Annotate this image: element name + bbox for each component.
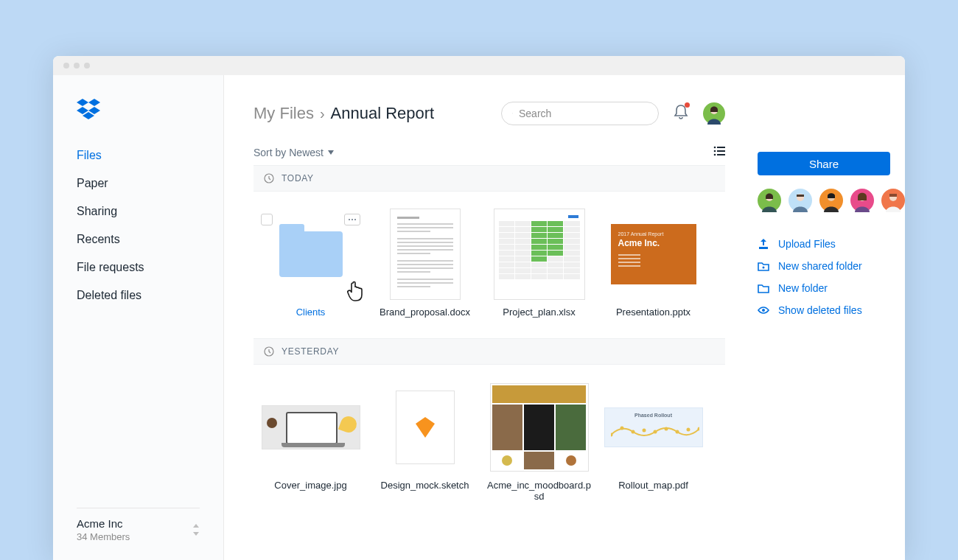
- sidebar-item-file-requests[interactable]: File requests: [77, 253, 223, 281]
- member-avatar[interactable]: [758, 189, 781, 212]
- file-grid-yesterday: Cover_image.jpg Design_mock.sketch: [254, 365, 725, 517]
- group-header-today: TODAY: [254, 165, 725, 192]
- file-name: Rollout_map.pdf: [596, 480, 710, 491]
- sidebar-nav: Files Paper Sharing Recents File request…: [77, 141, 223, 309]
- window-titlebar: [53, 56, 905, 75]
- file-name: Brand_proposal.docx: [368, 307, 482, 318]
- svg-point-19: [631, 430, 634, 434]
- file-name: Acme_inc_moodboard.psd: [482, 480, 596, 502]
- action-label: New folder: [778, 282, 828, 294]
- ppt-title: Acme Inc.: [618, 238, 689, 248]
- search-icon: [512, 108, 513, 119]
- quick-actions: Upload Files New shared folder New folde…: [758, 233, 890, 321]
- file-tile-brand-proposal[interactable]: Brand_proposal.docx: [368, 206, 482, 318]
- select-checkbox[interactable]: [261, 214, 273, 225]
- svg-point-21: [653, 430, 657, 434]
- action-upload-files[interactable]: Upload Files: [758, 233, 890, 255]
- clock-icon: [264, 173, 274, 183]
- svg-rect-9: [717, 147, 725, 148]
- traffic-zoom[interactable]: [84, 63, 90, 69]
- list-icon: [713, 146, 725, 156]
- svg-point-20: [642, 429, 646, 433]
- dropbox-logo[interactable]: [77, 99, 223, 122]
- breadcrumb-root[interactable]: My Files: [254, 104, 314, 123]
- user-avatar[interactable]: [703, 102, 725, 125]
- action-label: Upload Files: [778, 238, 836, 250]
- sidebar-item-deleted-files[interactable]: Deleted files: [77, 281, 223, 309]
- image-thumbnail: [262, 405, 360, 449]
- group-label: YESTERDAY: [282, 346, 339, 357]
- svg-marker-3: [88, 107, 100, 114]
- folder-tile-clients[interactable]: Clients: [254, 206, 368, 318]
- file-tile-moodboard[interactable]: Acme_inc_moodboard.psd: [482, 379, 596, 502]
- svg-rect-11: [717, 150, 725, 152]
- action-label: New shared folder: [778, 260, 862, 272]
- notification-dot: [685, 102, 690, 108]
- traffic-minimize[interactable]: [74, 63, 80, 69]
- notifications-button[interactable]: [674, 104, 688, 123]
- new-folder-icon: [758, 282, 769, 294]
- svg-point-22: [664, 427, 668, 431]
- sidebar-item-files[interactable]: Files: [77, 141, 223, 169]
- svg-point-10: [714, 150, 716, 153]
- app-window: Files Paper Sharing Recents File request…: [53, 56, 905, 560]
- svg-rect-28: [797, 195, 804, 197]
- org-members: 34 Members: [77, 531, 130, 542]
- file-tile-presentation[interactable]: 2017 Annual Report Acme Inc. Presentatio…: [596, 206, 710, 318]
- doc-thumbnail: [390, 209, 461, 300]
- svg-point-33: [763, 267, 765, 269]
- breadcrumb: My Files › Annual Report: [254, 104, 434, 123]
- svg-point-24: [686, 428, 690, 432]
- member-avatar[interactable]: [850, 189, 874, 212]
- svg-marker-16: [416, 417, 435, 438]
- file-tile-design-mock[interactable]: Design_mock.sketch: [368, 379, 482, 502]
- folder-icon: [279, 231, 343, 277]
- clock-icon: [264, 346, 274, 357]
- member-avatar[interactable]: [881, 189, 905, 212]
- sidebar-item-paper[interactable]: Paper: [77, 169, 223, 197]
- caret-down-icon: [328, 150, 334, 155]
- file-tile-rollout-map[interactable]: Phased Rollout Rollout_map.pdf: [596, 379, 710, 502]
- sidebar: Files Paper Sharing Recents File request…: [53, 75, 224, 560]
- share-button[interactable]: Share: [758, 152, 890, 175]
- org-switcher[interactable]: Acme Inc 34 Members: [77, 517, 223, 560]
- search-box[interactable]: [501, 102, 659, 125]
- file-name: Project_plan.xlsx: [482, 307, 596, 318]
- more-button[interactable]: [344, 214, 360, 225]
- member-avatar[interactable]: [789, 189, 812, 212]
- svg-marker-4: [83, 112, 94, 119]
- sketch-thumbnail: [396, 391, 455, 464]
- svg-point-18: [620, 427, 623, 430]
- group-label: TODAY: [282, 173, 314, 183]
- search-input[interactable]: [519, 108, 648, 119]
- file-name: Design_mock.sketch: [368, 480, 482, 491]
- file-name: Presentation.pptx: [596, 307, 710, 318]
- file-tile-project-plan[interactable]: Project_plan.xlsx: [482, 206, 596, 318]
- shared-members: [758, 189, 890, 212]
- traffic-close[interactable]: [63, 63, 69, 69]
- pdf-thumbnail: Phased Rollout: [604, 407, 703, 447]
- list-view-toggle[interactable]: [713, 146, 725, 159]
- content: My Files › Annual Report: [224, 75, 743, 560]
- sidebar-item-recents[interactable]: Recents: [77, 225, 223, 253]
- eye-icon: [758, 304, 769, 316]
- file-grid-today: Clients B: [254, 192, 725, 332]
- svg-point-5: [512, 113, 513, 114]
- action-show-deleted[interactable]: Show deleted files: [758, 299, 890, 321]
- action-new-folder[interactable]: New folder: [758, 277, 890, 299]
- cursor-hand-icon: [346, 280, 366, 305]
- sheet-thumbnail: [494, 209, 585, 300]
- member-avatar[interactable]: [819, 189, 843, 212]
- svg-point-23: [675, 430, 679, 434]
- svg-point-12: [714, 154, 716, 156]
- ppt-thumbnail: 2017 Annual Report Acme Inc.: [611, 224, 696, 284]
- sort-dropdown[interactable]: Sort by Newest: [254, 147, 334, 158]
- sidebar-item-sharing[interactable]: Sharing: [77, 197, 223, 225]
- file-tile-cover-image[interactable]: Cover_image.jpg: [254, 379, 368, 502]
- action-new-shared-folder[interactable]: New shared folder: [758, 255, 890, 277]
- chevron-right-icon: ›: [320, 105, 325, 122]
- updown-icon: [192, 524, 200, 536]
- breadcrumb-current: Annual Report: [331, 104, 435, 123]
- svg-point-8: [714, 147, 716, 149]
- action-label: Show deleted files: [778, 304, 862, 316]
